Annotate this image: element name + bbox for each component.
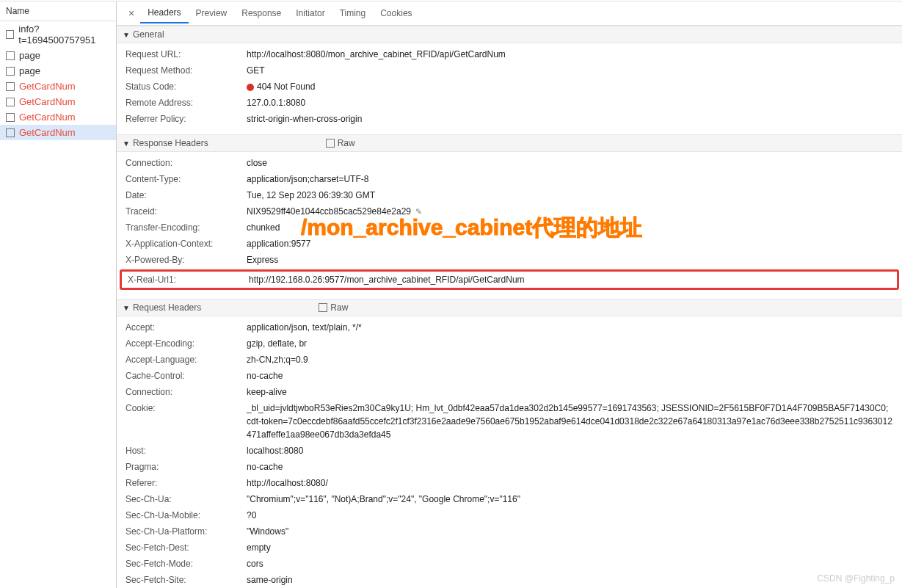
header-row: Request URL:http://localhost:8080/mon_ar… (117, 46, 902, 62)
section-header-response-headers[interactable]: ▼Response HeadersRaw (117, 134, 902, 152)
header-key: Content-Type: (126, 173, 247, 186)
header-key: Request Method: (126, 64, 247, 77)
section-header-general[interactable]: ▼General (117, 26, 902, 43)
header-value: 404 Not Found (247, 80, 902, 93)
header-row: Connection:close (117, 155, 902, 171)
section-title: Request Headers (133, 302, 201, 313)
header-row: Referrer Policy:strict-origin-when-cross… (117, 111, 902, 127)
header-row: Accept-Language:zh-CN,zh;q=0.9 (117, 352, 902, 368)
header-value: GET (247, 64, 902, 77)
checkbox-icon[interactable] (6, 82, 15, 91)
header-key: Host: (126, 444, 247, 457)
checkbox-icon[interactable] (6, 30, 14, 39)
header-key: X-Real-Url1: (128, 273, 249, 286)
header-row: Request Method:GET (117, 62, 902, 79)
edit-icon[interactable]: ✎ (415, 207, 422, 216)
checkbox-icon[interactable] (326, 139, 335, 148)
main-container: Name info?t=1694500757951pagepageGetCard… (0, 1, 902, 588)
header-value: Express (247, 253, 902, 266)
header-value: keep-alive (247, 385, 902, 399)
section-header-request-headers[interactable]: ▼Request HeadersRaw (117, 299, 902, 316)
request-name: GetCardNum (19, 112, 76, 123)
tab-preview[interactable]: Preview (189, 4, 235, 23)
checkbox-icon[interactable] (319, 303, 327, 312)
header-key: Status Code: (126, 80, 247, 93)
header-key: Sec-Fetch-Dest: (126, 541, 247, 554)
checkbox-icon[interactable] (6, 51, 15, 60)
header-value: cors (247, 557, 902, 570)
section-rows: Connection:closeContent-Type:application… (117, 152, 902, 299)
header-row: Accept-Encoding:gzip, deflate, br (117, 335, 902, 352)
header-value: NIX9529ff40e1044ccb85cac529e84e2a29✎ (247, 205, 902, 218)
header-value: empty (247, 541, 902, 554)
header-key: Sec-Fetch-Mode: (126, 557, 247, 570)
request-item-3[interactable]: GetCardNum (0, 79, 116, 94)
request-name: page (19, 50, 40, 61)
header-key: Sec-Ch-Ua: (126, 493, 247, 506)
header-row: X-Application-Context:application:9577 (117, 236, 902, 252)
checkbox-icon[interactable] (6, 113, 15, 122)
request-item-5[interactable]: GetCardNum (0, 109, 116, 125)
request-item-6[interactable]: GetCardNum (0, 125, 116, 140)
header-value: localhost:8080 (247, 444, 902, 457)
tab-response[interactable]: Response (234, 4, 288, 23)
triangle-down-icon: ▼ (123, 139, 130, 148)
section-title: Response Headers (133, 138, 208, 148)
header-key: Referer: (126, 476, 247, 490)
header-row: Pragma:no-cache (117, 459, 902, 475)
close-icon[interactable]: × (123, 4, 140, 22)
header-value: strict-origin-when-cross-origin (247, 112, 902, 126)
header-row: Connection:keep-alive (117, 384, 902, 400)
header-row: Cache-Control:no-cache (117, 368, 902, 384)
header-value: zh-CN,zh;q=0.9 (247, 353, 902, 366)
header-row: Sec-Ch-Ua-Platform:"Windows" (117, 523, 902, 540)
header-key: Connection: (126, 156, 247, 170)
checkbox-icon[interactable] (6, 67, 15, 76)
raw-label: Raw (330, 302, 348, 313)
section-rows: Request URL:http://localhost:8080/mon_ar… (117, 43, 902, 134)
header-key: Request URL: (126, 48, 247, 61)
header-key: Sec-Fetch-Site: (126, 573, 247, 587)
header-value: "Windows" (247, 525, 902, 538)
raw-toggle[interactable]: Raw (319, 302, 348, 313)
tab-headers[interactable]: Headers (140, 3, 188, 23)
header-row: Remote Address:127.0.0.1:8080 (117, 95, 902, 111)
status-dot-icon (247, 84, 254, 91)
header-value: application/json, text/plain, */* (247, 321, 902, 334)
triangle-down-icon: ▼ (123, 304, 130, 312)
header-key: Cookie: (126, 402, 247, 441)
checkbox-icon[interactable] (6, 128, 15, 137)
header-row: Sec-Fetch-Mode:cors (117, 556, 902, 572)
raw-toggle[interactable]: Raw (326, 138, 355, 148)
header-row: Date:Tue, 12 Sep 2023 06:39:30 GMT (117, 187, 902, 203)
header-value: Tue, 12 Sep 2023 06:39:30 GMT (247, 189, 902, 202)
request-name: page (19, 65, 40, 76)
header-key: Connection: (126, 385, 247, 399)
request-list: info?t=1694500757951pagepageGetCardNumGe… (0, 21, 116, 588)
tab-initiator[interactable]: Initiator (288, 4, 332, 23)
header-key: Sec-Ch-Ua-Mobile: (126, 509, 247, 522)
name-column-header[interactable]: Name (0, 1, 116, 21)
tab-cookies[interactable]: Cookies (373, 4, 419, 23)
header-key: Sec-Ch-Ua-Platform: (126, 525, 247, 538)
section-title: General (133, 29, 164, 40)
tab-timing[interactable]: Timing (332, 4, 374, 23)
request-name: info?t=1694500757951 (18, 23, 110, 46)
header-value: ?0 (247, 509, 902, 522)
header-key: Pragma: (126, 460, 247, 473)
request-item-0[interactable]: info?t=1694500757951 (0, 21, 116, 48)
header-row: Content-Type:application/json;charset=UT… (117, 171, 902, 187)
request-item-1[interactable]: page (0, 48, 116, 63)
header-row: Host:localhost:8080 (117, 443, 902, 459)
header-value: http://192.168.0.26:9577/mon_archive_cab… (249, 273, 897, 286)
checkbox-icon[interactable] (6, 98, 15, 106)
header-value: no-cache (247, 460, 902, 473)
header-value: gzip, deflate, br (247, 337, 902, 350)
details-panel: × HeadersPreviewResponseInitiatorTimingC… (117, 1, 902, 588)
header-value: http://localhost:8080/ (247, 476, 902, 490)
header-value: no-cache (247, 369, 902, 382)
request-item-4[interactable]: GetCardNum (0, 94, 116, 109)
request-item-2[interactable]: page (0, 63, 116, 79)
raw-label: Raw (338, 138, 355, 148)
header-key: Remote Address: (126, 96, 247, 109)
